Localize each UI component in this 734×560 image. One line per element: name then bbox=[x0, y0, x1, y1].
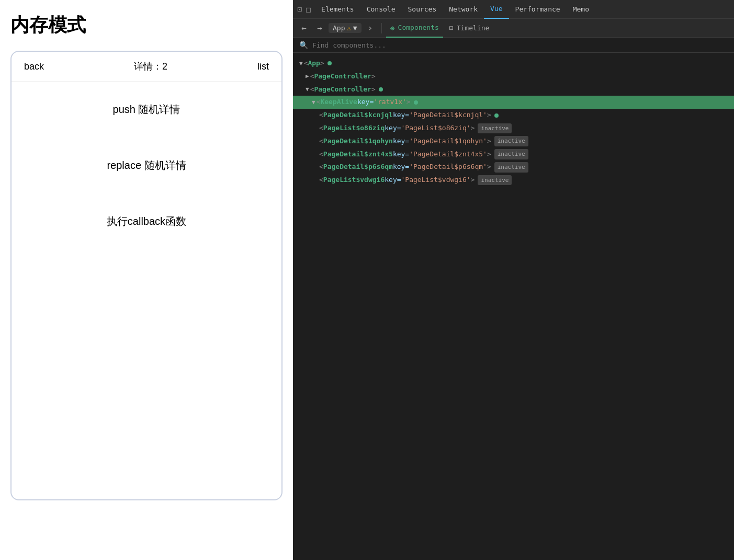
callback-button[interactable]: 执行callback函数 bbox=[24, 214, 269, 228]
inactive-badge-pd3: inactive bbox=[494, 149, 528, 159]
left-panel: 内存模式 back 详情：2 list push 随机详情 replace 随机… bbox=[0, 0, 293, 560]
dot-app bbox=[328, 61, 332, 65]
list-button[interactable]: list bbox=[257, 61, 269, 72]
timeline-icon: ⊟ bbox=[449, 24, 454, 32]
forward-nav-button[interactable]: → bbox=[313, 21, 326, 35]
tab-elements[interactable]: Elements bbox=[315, 0, 360, 19]
tree-node-keepalive[interactable]: ▼ <KeepAlive key='ratv1x' > bbox=[293, 96, 734, 109]
inactive-badge-pd2: inactive bbox=[494, 136, 528, 146]
selector-icon[interactable]: ⊡ bbox=[297, 5, 302, 14]
components-icon: ❋ bbox=[390, 23, 395, 32]
arrow-app: ▼ bbox=[299, 59, 303, 68]
search-icon: 🔍 bbox=[299, 41, 308, 49]
inactive-badge-pl2: inactive bbox=[478, 175, 512, 186]
inactive-badge-pd4: inactive bbox=[494, 162, 528, 173]
phone-header: back 详情：2 list bbox=[12, 52, 281, 82]
tab-console[interactable]: Console bbox=[360, 0, 402, 19]
tree-node-pagedetail-kcnjql[interactable]: <PageDetail$kcnjql key='PageDetail$kcnjq… bbox=[293, 109, 734, 122]
arrow-ka: ▼ bbox=[312, 98, 315, 107]
tree-node-app[interactable]: ▼ <App> bbox=[293, 57, 734, 70]
app-dropdown-icon: ▼ bbox=[353, 24, 357, 32]
warning-icon: ⚠ bbox=[347, 25, 351, 32]
tree-node-pagelist-vdwgi6[interactable]: <PageList$vdwgi6 key='PageList$vdwgi6' >… bbox=[293, 174, 734, 187]
divider bbox=[381, 23, 382, 33]
devtools-panel: ⊡ □ Elements Console Sources Network Vue… bbox=[293, 0, 734, 560]
search-input[interactable] bbox=[312, 41, 728, 49]
tab-performance[interactable]: Performance bbox=[509, 0, 567, 19]
components-label: Components bbox=[398, 24, 439, 31]
tab-memo[interactable]: Memo bbox=[567, 0, 595, 19]
push-button[interactable]: push 随机详情 bbox=[24, 102, 269, 117]
dot-ka bbox=[414, 100, 418, 105]
component-tree: ▼ <App> ▶ <PageController> ▼ <PageContro… bbox=[293, 53, 734, 560]
more-nav-button[interactable]: › bbox=[364, 21, 377, 35]
arrow-pc2: ▼ bbox=[306, 85, 309, 94]
dot-pd1 bbox=[494, 113, 499, 118]
timeline-label: Timeline bbox=[457, 24, 490, 32]
back-button[interactable]: back bbox=[24, 61, 44, 72]
app-selector[interactable]: App ⚠ ▼ bbox=[329, 23, 362, 33]
detail-label: 详情：2 bbox=[134, 60, 167, 73]
tab-sources[interactable]: Sources bbox=[401, 0, 443, 19]
tab-vue[interactable]: Vue bbox=[484, 0, 509, 19]
app-label-text: App bbox=[333, 24, 345, 32]
page-title: 内存模式 bbox=[10, 13, 283, 38]
arrow-pc1: ▶ bbox=[306, 72, 309, 81]
back-nav-button[interactable]: ← bbox=[297, 21, 311, 35]
tab-timeline[interactable]: ⊟ Timeline bbox=[445, 19, 493, 38]
phone-body: push 随机详情 replace 随机详情 执行callback函数 bbox=[12, 82, 281, 249]
inspector-icon[interactable]: □ bbox=[306, 5, 311, 14]
tab-network[interactable]: Network bbox=[443, 0, 484, 19]
devtools-top-tabs: ⊡ □ Elements Console Sources Network Vue… bbox=[293, 0, 734, 19]
replace-button[interactable]: replace 随机详情 bbox=[24, 158, 269, 173]
inactive-badge-pl1: inactive bbox=[478, 123, 512, 134]
devtools-secondary-bar: ← → App ⚠ ▼ › ❋ Components ⊟ Timeline bbox=[293, 19, 734, 38]
phone-frame: back 详情：2 list push 随机详情 replace 随机详情 执行… bbox=[10, 51, 283, 500]
tree-node-pagedetail-p6s6qm[interactable]: <PageDetail$p6s6qm key='PageDetail$p6s6q… bbox=[293, 161, 734, 174]
tab-components[interactable]: ❋ Components bbox=[386, 19, 443, 38]
tree-node-pagecontroller-2[interactable]: ▼ <PageController> bbox=[293, 83, 734, 96]
tree-node-pagelist-o86ziq[interactable]: <PageList$o86ziq key='PageList$o86ziq' >… bbox=[293, 122, 734, 135]
tree-node-pagedetail-znt4x5[interactable]: <PageDetail$znt4x5 key='PageDetail$znt4x… bbox=[293, 148, 734, 161]
dot-pc2 bbox=[379, 87, 383, 92]
tree-node-pagedetail-1qohyn[interactable]: <PageDetail$1qohyn key='PageDetail$1qohy… bbox=[293, 135, 734, 148]
search-bar: 🔍 bbox=[293, 38, 734, 53]
tree-node-pagecontroller-1[interactable]: ▶ <PageController> bbox=[293, 70, 734, 83]
